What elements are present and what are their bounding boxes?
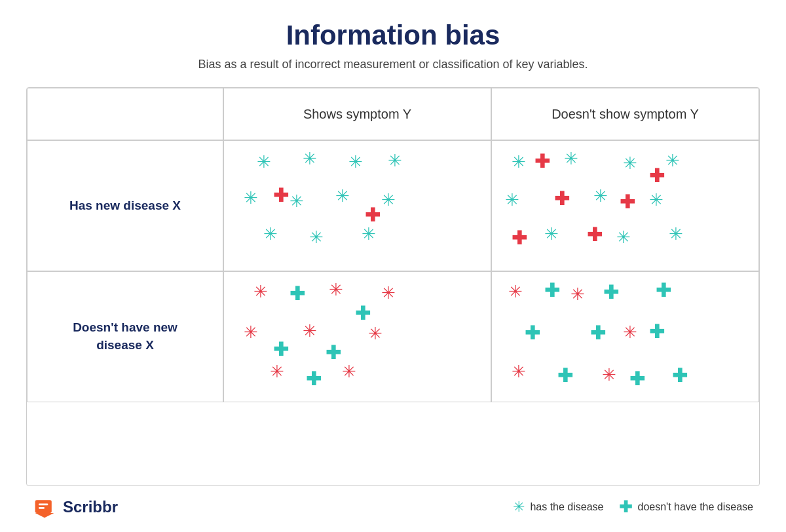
cross-teal: ✚ [656, 282, 671, 300]
virus-red: ✳ [253, 284, 268, 301]
virus-red: ✳ [244, 324, 258, 341]
virus-red: ✳ [381, 285, 396, 302]
cell-r2c2: ✚ ✚ ✚ ✚ ✚ ✚ ✚ ✚ ✚ ✳ ✳ ✳ ✳ ✳ [491, 271, 759, 402]
cross-teal: ✚ [273, 341, 288, 359]
virus-teal: ✳ [649, 192, 664, 209]
legend-disease: ✳ has the disease [513, 499, 603, 516]
virus-teal: ✳ [544, 226, 559, 243]
page-subtitle: Bias as a result of incorrect measuremen… [198, 58, 588, 71]
virus-teal: ✳ [303, 151, 317, 168]
svg-rect-0 [35, 500, 52, 513]
virus-teal: ✳ [335, 188, 350, 205]
legend-cross-icon: ✚ [619, 498, 632, 516]
virus-teal: ✳ [381, 192, 396, 209]
cross-teal: ✚ [290, 285, 305, 303]
virus-red: ✳ [368, 326, 383, 343]
icons-r1c1: ✳ ✳ ✳ ✳ ✳ ✳ ✳ ✳ ✳ ✳ ✳ ✚ ✚ [224, 141, 491, 271]
legend: ✳ has the disease ✚ doesn't have the dis… [513, 498, 753, 516]
virus-red: ✳ [571, 286, 585, 303]
cross-red: ✚ [649, 167, 664, 185]
corner-cell [27, 88, 223, 140]
cross-red: ✚ [534, 153, 550, 171]
legend-disease-label: has the disease [530, 501, 603, 513]
page-title: Information bias [286, 20, 500, 51]
svg-marker-1 [35, 513, 54, 518]
icons-r2c2: ✚ ✚ ✚ ✚ ✚ ✚ ✚ ✚ ✚ ✳ ✳ ✳ ✳ ✳ [492, 272, 758, 402]
cross-teal: ✚ [672, 367, 687, 385]
virus-teal: ✳ [388, 153, 402, 170]
cross-teal: ✚ [306, 370, 321, 389]
scribbr-icon [33, 495, 56, 519]
cross-red: ✚ [620, 193, 635, 212]
icons-r1c2: ✳ ✳ ✳ ✳ ✳ ✳ ✳ ✳ ✳ ✳ ✚ ✚ ✚ ✚ ✚ ✚ [492, 141, 758, 271]
cross-red: ✚ [587, 226, 602, 244]
cross-teal: ✚ [649, 323, 664, 341]
virus-teal: ✳ [665, 153, 680, 170]
legend-no-disease: ✚ doesn't have the disease [619, 498, 753, 516]
virus-red: ✳ [342, 364, 356, 381]
virus-red: ✳ [602, 367, 616, 384]
icons-r2c1: ✳ ✳ ✳ ✳ ✳ ✳ ✳ ✳ ✚ ✚ ✚ ✚ ✚ [224, 272, 491, 402]
cross-teal: ✚ [326, 344, 341, 362]
cross-teal: ✚ [544, 282, 559, 300]
virus-teal: ✳ [623, 155, 637, 172]
main-grid: Shows symptom Y Doesn't show symptom Y H… [26, 87, 760, 486]
virus-teal: ✳ [244, 190, 258, 207]
cell-r2c1: ✳ ✳ ✳ ✳ ✳ ✳ ✳ ✳ ✚ ✚ ✚ ✚ ✚ [223, 271, 491, 402]
virus-teal: ✳ [263, 226, 278, 243]
virus-teal: ✳ [512, 154, 526, 171]
virus-teal: ✳ [348, 154, 363, 171]
svg-rect-2 [39, 504, 48, 506]
legend-virus-icon: ✳ [513, 499, 525, 516]
virus-teal: ✳ [257, 154, 271, 171]
cross-teal: ✚ [557, 367, 572, 385]
cross-red: ✚ [512, 229, 527, 248]
row2-label-text: Doesn't have new disease X [73, 319, 178, 354]
cross-teal: ✚ [590, 324, 605, 343]
virus-teal: ✳ [564, 151, 578, 168]
scribbr-brand-name: Scribbr [63, 498, 118, 516]
cross-teal: ✚ [355, 305, 370, 323]
scribbr-logo: Scribbr [33, 495, 118, 519]
virus-red: ✳ [512, 364, 526, 381]
cross-teal: ✚ [603, 284, 618, 302]
virus-teal: ✳ [505, 192, 519, 209]
virus-teal: ✳ [290, 193, 304, 210]
virus-teal: ✳ [593, 188, 608, 205]
virus-red: ✳ [623, 324, 637, 341]
cross-teal: ✚ [629, 370, 645, 389]
virus-teal: ✳ [669, 226, 683, 243]
legend-no-disease-label: doesn't have the disease [637, 501, 753, 513]
virus-red: ✳ [303, 323, 317, 340]
svg-rect-3 [39, 507, 45, 509]
cell-r1c2: ✳ ✳ ✳ ✳ ✳ ✳ ✳ ✳ ✳ ✳ ✚ ✚ ✚ ✚ ✚ ✚ [491, 140, 759, 271]
row2-label: Doesn't have new disease X [27, 271, 223, 402]
virus-red: ✳ [270, 364, 284, 381]
col2-header: Doesn't show symptom Y [491, 88, 759, 140]
cross-red: ✚ [554, 190, 569, 208]
virus-teal: ✳ [362, 226, 376, 243]
cross-teal: ✚ [525, 324, 540, 343]
virus-red: ✳ [329, 282, 343, 299]
virus-red: ✳ [508, 284, 523, 301]
cell-r1c1: ✳ ✳ ✳ ✳ ✳ ✳ ✳ ✳ ✳ ✳ ✳ ✚ ✚ [223, 140, 491, 271]
col1-header: Shows symptom Y [223, 88, 491, 140]
row1-label: Has new disease X [27, 140, 223, 271]
footer: Scribbr ✳ has the disease ✚ doesn't have… [26, 495, 760, 519]
virus-teal: ✳ [309, 229, 324, 246]
cross-red: ✚ [273, 187, 288, 205]
cross-red: ✚ [365, 206, 380, 225]
virus-teal: ✳ [616, 229, 631, 246]
